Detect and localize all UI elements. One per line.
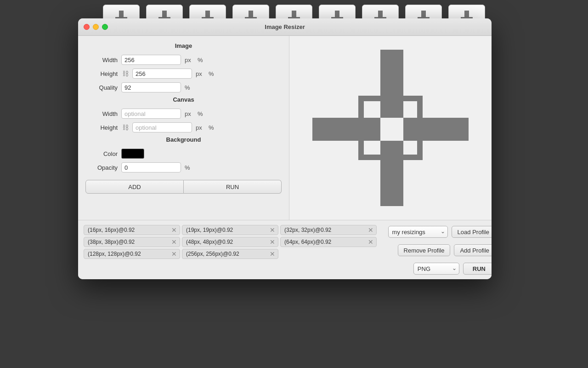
canvas-width-percent: %: [198, 110, 207, 117]
canvas-section-label: Canvas: [78, 94, 289, 107]
quality-row: Quality %: [78, 80, 289, 94]
preview-image: [312, 50, 469, 206]
tag-label: (32px, 32px)@0.92: [284, 227, 331, 233]
image-height-row: Height ⛓ px %: [78, 67, 289, 80]
color-row: Color: [78, 147, 289, 161]
remove-tag-button[interactable]: ✕: [270, 239, 275, 245]
remove-tag-button[interactable]: ✕: [270, 251, 275, 257]
svg-rect-8: [358, 119, 364, 160]
svg-rect-2: [380, 118, 403, 141]
canvas-width-input[interactable]: [121, 109, 181, 119]
left-panel: Image Width px % Height ⛓ px % Quality %…: [78, 36, 289, 220]
profile-select-wrapper: my resizings: [388, 226, 448, 238]
list-item: (19px, 19px)@0.92 ✕: [182, 225, 278, 235]
image-height-input[interactable]: [132, 69, 192, 79]
remove-tag-button[interactable]: ✕: [171, 251, 177, 257]
tag-label: (19px, 19px)@0.92: [186, 227, 233, 233]
list-item: (128px, 128px)@0.92 ✕: [84, 249, 180, 259]
list-item: (38px, 38px)@0.92 ✕: [84, 237, 180, 247]
canvas-height-unit: px: [196, 124, 205, 131]
image-height-percent: %: [209, 70, 218, 77]
image-width-percent: %: [198, 57, 207, 63]
canvas-height-row: Height ⛓ px %: [78, 121, 289, 134]
canvas-height-label: Height: [85, 124, 118, 131]
preview-panel: [289, 36, 492, 220]
opacity-row: Opacity %: [78, 161, 289, 174]
opacity-input[interactable]: [121, 162, 181, 172]
tag-label: (256px, 256px)@0.92: [186, 251, 239, 257]
remove-tag-button[interactable]: ✕: [171, 239, 177, 245]
maximize-button[interactable]: [102, 24, 108, 30]
profile-action-row: Remove Profile Add Profile: [380, 244, 492, 256]
titlebar: Image Resizer: [78, 18, 492, 36]
profile-row: my resizings Load Profile: [380, 226, 492, 238]
main-content: Image Width px % Height ⛓ px % Quality %…: [78, 36, 492, 220]
image-height-unit: px: [196, 70, 205, 77]
image-width-unit: px: [185, 57, 194, 63]
remove-tag-button[interactable]: ✕: [270, 227, 275, 233]
resize-tags-container: (16px, 16px)@0.92 ✕ (19px, 19px)@0.92 ✕ …: [84, 225, 377, 275]
bottom-area: (16px, 16px)@0.92 ✕ (19px, 19px)@0.92 ✕ …: [78, 220, 492, 279]
format-select[interactable]: PNG JPEG WEBP: [413, 263, 459, 275]
quality-unit: %: [185, 84, 194, 91]
traffic-lights: [84, 24, 108, 30]
canvas-link-icon: ⛓: [122, 124, 129, 131]
canvas-width-unit: px: [185, 110, 194, 117]
quality-input[interactable]: [121, 82, 181, 92]
format-run-row: PNG JPEG WEBP RUN: [380, 263, 492, 275]
svg-rect-5: [381, 96, 423, 101]
background-section-label: Background: [78, 134, 289, 147]
link-icon: ⛓: [122, 70, 129, 77]
tag-label: (16px, 16px)@0.92: [88, 227, 135, 233]
list-item: (48px, 48px)@0.92 ✕: [182, 237, 278, 247]
color-label: Color: [85, 150, 118, 157]
tag-label: (38px, 38px)@0.92: [88, 239, 135, 245]
list-item: (32px, 32px)@0.92 ✕: [280, 225, 377, 235]
tag-label: (64px, 64px)@0.92: [284, 239, 331, 245]
opacity-label: Opacity: [85, 164, 118, 171]
run-button[interactable]: RUN: [184, 180, 282, 194]
svg-rect-10: [417, 119, 423, 160]
opacity-unit: %: [185, 164, 194, 171]
color-swatch[interactable]: [121, 149, 144, 159]
canvas-width-label: Width: [85, 110, 118, 117]
list-item: (64px, 64px)@0.92 ✕: [280, 237, 377, 247]
image-width-row: Width px %: [78, 53, 289, 67]
remove-tag-button[interactable]: ✕: [368, 227, 373, 233]
profile-controls: my resizings Load Profile Remove Profile…: [380, 225, 492, 275]
load-profile-button[interactable]: Load Profile: [452, 226, 492, 238]
main-window: Image Resizer Image Width px % Height ⛓ …: [78, 18, 492, 279]
list-item: (256px, 256px)@0.92 ✕: [182, 249, 278, 259]
remove-tag-button[interactable]: ✕: [368, 239, 373, 245]
image-height-label: Height: [85, 70, 118, 77]
image-section-label: Image: [78, 40, 289, 53]
remove-profile-button[interactable]: Remove Profile: [398, 244, 451, 256]
add-button[interactable]: ADD: [85, 180, 184, 194]
list-item: (16px, 16px)@0.92 ✕: [84, 225, 180, 235]
bottom-run-button[interactable]: RUN: [463, 263, 492, 275]
close-button[interactable]: [84, 24, 90, 30]
add-profile-button[interactable]: Add Profile: [454, 244, 492, 256]
format-select-wrapper: PNG JPEG WEBP: [413, 263, 459, 275]
canvas-width-row: Width px %: [78, 107, 289, 121]
action-buttons: ADD RUN: [78, 174, 289, 197]
svg-rect-9: [381, 155, 423, 160]
tag-label: (128px, 128px)@0.92: [88, 251, 141, 257]
minimize-button[interactable]: [93, 24, 99, 30]
profile-select[interactable]: my resizings: [388, 226, 448, 238]
canvas-height-input[interactable]: [132, 122, 192, 132]
image-width-input[interactable]: [121, 55, 181, 65]
image-width-label: Width: [85, 57, 118, 63]
window-title: Image Resizer: [265, 23, 305, 30]
canvas-height-percent: %: [209, 124, 218, 131]
remove-tag-button[interactable]: ✕: [171, 227, 177, 233]
resize-list: (16px, 16px)@0.92 ✕ (19px, 19px)@0.92 ✕ …: [84, 225, 377, 259]
quality-label: Quality: [85, 84, 118, 91]
tag-label: (48px, 48px)@0.92: [186, 239, 233, 245]
